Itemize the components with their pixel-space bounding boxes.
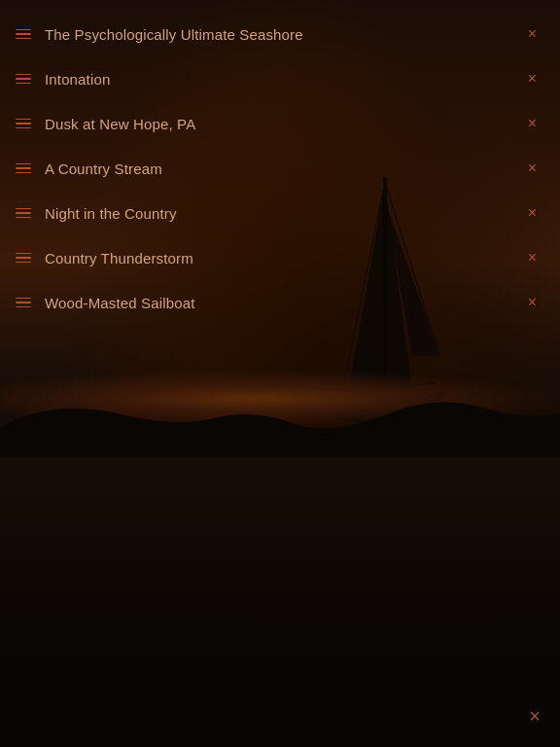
- item-title: Country Thunderstorm: [45, 250, 520, 267]
- item-title: Night in the Country: [45, 205, 520, 222]
- drag-handle-icon: [16, 163, 31, 174]
- playlist-item[interactable]: Intonation ×: [0, 56, 560, 101]
- bottom-close-button[interactable]: ×: [529, 705, 541, 728]
- playlist-overlay: The Psychologically Ultimate Seashore × …: [0, 0, 560, 747]
- remove-item-button[interactable]: ×: [520, 111, 544, 136]
- playlist-item[interactable]: Country Thunderstorm ×: [0, 235, 560, 280]
- drag-handle-icon: [16, 74, 31, 85]
- playlist-item[interactable]: A Country Stream ×: [0, 146, 560, 191]
- item-title: Intonation: [45, 71, 520, 88]
- remove-item-button[interactable]: ×: [520, 200, 544, 226]
- remove-item-button[interactable]: ×: [520, 245, 544, 270]
- item-title: Wood-Masted Sailboat: [45, 295, 520, 311]
- remove-item-button[interactable]: ×: [520, 290, 544, 315]
- playlist-item[interactable]: Dusk at New Hope, PA ×: [0, 101, 560, 146]
- item-title: The Psychologically Ultimate Seashore: [45, 26, 520, 43]
- item-title: Dusk at New Hope, PA: [45, 116, 520, 132]
- remove-item-button[interactable]: ×: [520, 21, 544, 47]
- playlist-item[interactable]: The Psychologically Ultimate Seashore ×: [0, 12, 560, 56]
- drag-handle-icon: [16, 298, 31, 308]
- item-title: A Country Stream: [45, 160, 520, 177]
- playlist-item[interactable]: Night in the Country ×: [0, 191, 560, 235]
- drag-handle-icon: [16, 208, 31, 219]
- playlist-container: The Psychologically Ultimate Seashore × …: [0, 0, 560, 325]
- remove-item-button[interactable]: ×: [520, 156, 544, 181]
- remove-item-button[interactable]: ×: [520, 66, 544, 91]
- drag-handle-icon: [16, 119, 31, 129]
- playlist-item[interactable]: Wood-Masted Sailboat ×: [0, 280, 560, 325]
- drag-handle-icon: [16, 29, 31, 40]
- drag-handle-icon: [16, 253, 31, 264]
